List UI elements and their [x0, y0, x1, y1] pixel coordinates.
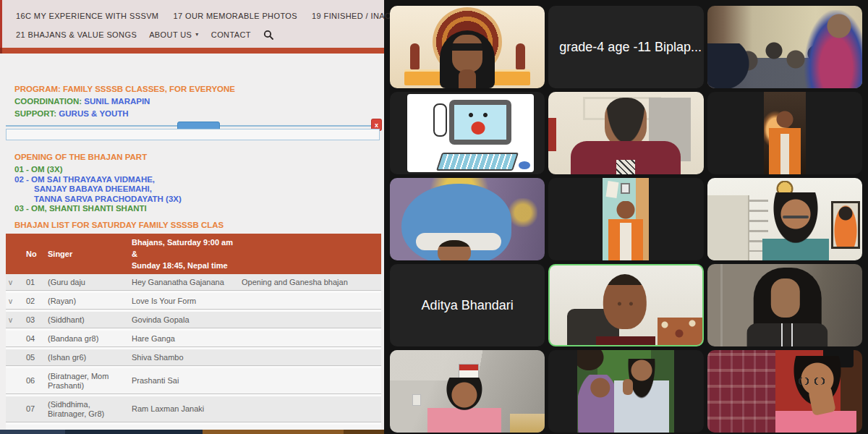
video-tile-grade4[interactable]: grade-4 age -11 Biplap...	[548, 6, 703, 88]
cell-note	[239, 395, 381, 423]
table-row-02: v02(Rayan)Love Is Your Form	[6, 292, 381, 310]
support-label: SUPPORT:	[14, 109, 56, 118]
video-tile-aditya[interactable]: Aditya Bhandari	[390, 264, 545, 346]
browser-webpage-panel: 16C MY EXPERIENCE WITH SSSVM17 OUR MEMOR…	[0, 0, 384, 434]
video-tile-woman-saibaba-art	[762, 192, 829, 260]
video-tile-active-speaker-boy-art	[658, 318, 702, 345]
table-row-06: 06(Biratnager, Mom Prashanti)Prashanti S…	[6, 367, 381, 395]
cell-note	[239, 329, 381, 348]
coordination-line: COORDINATION: SUNIL MARAPIN	[14, 96, 381, 106]
cell-no: 07	[23, 395, 45, 423]
opening-line: 01 - OM (3X)	[14, 165, 381, 175]
cell-bhajan: Love Is Your Form	[129, 292, 239, 310]
video-tile-aditya-label: Aditya Bhandari	[390, 298, 545, 313]
cell-singer: (Rayan)	[45, 292, 129, 310]
cell-check: v	[6, 292, 23, 310]
cell-no: 05	[23, 348, 45, 367]
nav-item-label: 17 OUR MEMORABLE PHOTOS	[173, 12, 297, 20]
video-tile-active-speaker-boy[interactable]	[548, 264, 703, 346]
video-tile-woman-saibaba-art	[707, 195, 749, 260]
video-tile-active-speaker-boy-art	[615, 302, 637, 307]
player-progress-box	[6, 129, 380, 140]
nav-item-label: 16C MY EXPERIENCE WITH SSSVM	[16, 12, 158, 20]
video-tile-active-speaker-boy-art	[596, 336, 655, 345]
video-tile-sssvm-logo-host-art	[410, 43, 420, 69]
table-row-05: 05(Ishan gr6)Shiva Shambo	[6, 348, 381, 367]
column-header-no: No	[23, 234, 45, 274]
video-tile-red-wall-woman-art	[707, 350, 775, 433]
audio-player-widget: x	[6, 119, 381, 142]
opening-lines: 01 - OM (3X)02 - OM SAI THRAYAAYA VIDMAH…	[14, 165, 381, 214]
header-accent-bar	[0, 48, 384, 54]
video-tile-green-wall-pair-art	[578, 375, 618, 433]
video-tile-blue-hood-kid-art	[509, 198, 537, 227]
cell-singer: (Ishan gr6)	[45, 348, 129, 367]
video-tile-cartoon-computer[interactable]	[390, 92, 545, 174]
video-tile-pink-calendar-woman-art	[427, 378, 501, 433]
cell-check	[6, 348, 23, 367]
table-row-03: v03(Siddhant)Govinda Gopala	[6, 310, 381, 329]
cell-note	[239, 348, 381, 367]
opening-line: 02 - OM SAI THRAYAAYA VIDMAHE,	[14, 175, 381, 185]
video-tile-green-wall-pair[interactable]	[548, 350, 703, 433]
video-tile-pink-calendar-woman-art	[413, 395, 420, 405]
video-tile-pink-calendar-woman[interactable]	[390, 350, 545, 433]
video-tile-hoodie-girl-art	[720, 264, 723, 346]
video-tile-portrait-teal-boy-art	[620, 223, 631, 260]
bhajan-table: NoSingerBhajans, Saturday 9:00 am & Sund…	[6, 234, 381, 434]
coordination-label: COORDINATION:	[14, 97, 82, 106]
video-tile-classroom-group[interactable]	[707, 6, 862, 88]
chevron-down-icon: ▾	[195, 32, 198, 38]
video-tile-sssvm-logo-host-art	[459, 69, 476, 88]
cell-check	[6, 395, 23, 423]
search-icon[interactable]	[263, 30, 273, 40]
opening-title: OPENING OF THE BHAJAN PART	[14, 152, 381, 162]
site-nav: 16C MY EXPERIENCE WITH SSSVM17 OUR MEMOR…	[0, 0, 384, 48]
bhajan-list-title: BHAJAN LIST FOR SATURDAY FAMILY SSSSB CL…	[14, 220, 381, 230]
cell-singer: (Siddhant)	[45, 310, 129, 329]
video-conference-grid: grade-4 age -11 Biplap...Aditya Bhandari	[384, 0, 868, 434]
cell-singer: (Guru daju	[45, 274, 129, 292]
cell-bhajan: Govinda Gopala	[129, 310, 239, 329]
desktop-edge-strip	[0, 430, 384, 434]
nav-item-16c-my-experience-with-sssvm[interactable]: 16C MY EXPERIENCE WITH SSSVM	[16, 12, 158, 20]
video-tile-portrait-warm-art	[780, 134, 789, 174]
video-tile-hoodie-girl-art	[771, 278, 800, 318]
cell-bhajan: Hare Ganga	[129, 329, 239, 348]
table-row-04: 04(Bandana gr8)Hare Ganga	[6, 329, 381, 348]
video-tile-red-wall-woman[interactable]	[707, 350, 862, 433]
video-tile-man-maroon-art	[605, 98, 647, 147]
table-row-07: 07(Sidhdhima, Biratnager, Gr8)Ram Laxman…	[6, 395, 381, 423]
video-tile-woman-saibaba[interactable]	[707, 178, 862, 260]
nav-item-contact[interactable]: CONTACT	[211, 30, 251, 39]
column-header-check	[6, 234, 23, 274]
video-tile-cartoon-computer-art	[459, 108, 500, 137]
cell-no: 02	[23, 292, 45, 310]
video-tile-portrait-warm[interactable]	[707, 92, 862, 174]
cell-singer: (Bandana gr8)	[45, 329, 129, 348]
page-content: PROGRAM: FAMILY SSSSB CLASSES, FOR EVERY…	[0, 54, 384, 434]
support-line: SUPPORT: GURUS & YOUTH	[14, 109, 381, 119]
video-tile-portrait-teal-boy[interactable]	[548, 178, 703, 260]
nav-item-label: 21 BHAJANS & VALUE SONGS	[16, 30, 137, 39]
table-row-01: v01(Guru dajuHey Gananatha GajananaOpeni…	[6, 274, 381, 292]
bhajan-table-header: NoSingerBhajans, Saturday 9:00 am & Sund…	[6, 234, 381, 274]
cell-bhajan: Hey Gananatha Gajanana	[129, 274, 239, 292]
cell-note	[239, 292, 381, 310]
column-header-bhajans: Bhajans, Saturday 9:00 am & Sunday 18:45…	[129, 234, 239, 274]
nav-item-about-us[interactable]: ABOUT US▾	[149, 30, 199, 39]
program-line: PROGRAM: FAMILY SSSSB CLASSES, FOR EVERY…	[14, 54, 381, 94]
video-tile-sssvm-logo-host[interactable]	[390, 6, 545, 88]
column-header-singer: Singer	[45, 234, 129, 274]
video-tile-man-maroon[interactable]	[548, 92, 703, 174]
video-tile-man-maroon-art	[548, 118, 556, 151]
video-tile-blue-hood-kid[interactable]	[390, 178, 545, 260]
video-tile-portrait-teal-boy-art	[621, 183, 630, 194]
video-tile-classroom-group-art	[707, 43, 760, 88]
cell-note: Opening and Ganesha bhajan	[239, 274, 381, 292]
video-tile-man-maroon-art	[616, 160, 635, 174]
nav-item-17-our-memorable-photos[interactable]: 17 OUR MEMORABLE PHOTOS	[173, 12, 297, 20]
video-tile-hoodie-girl[interactable]	[707, 264, 862, 346]
nav-item-21-bhajans-value-songs[interactable]: 21 BHAJANS & VALUE SONGS	[16, 30, 137, 39]
opening-line: TANNA SARVA PRACHODAYATH (3X)	[14, 195, 381, 205]
